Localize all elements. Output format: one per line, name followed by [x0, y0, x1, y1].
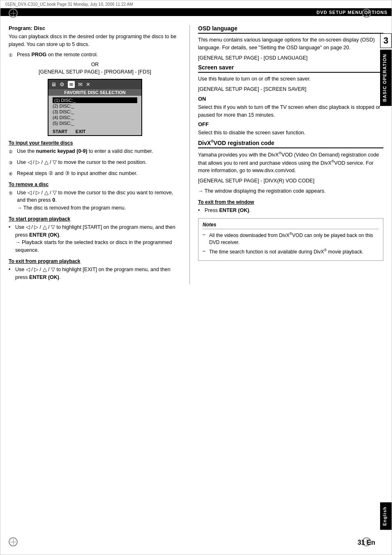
divx-sup4: ®	[324, 248, 327, 252]
divx-description: Yamaha provides you with the DivX®VOD (V…	[198, 151, 383, 175]
divx-reg: ®	[211, 139, 214, 143]
step-2-content: Use the numeric keypad (0-9) to enter a …	[17, 147, 181, 155]
disc-menu-header: 🖥 ⚙ ≋ ✉ ✕	[48, 80, 141, 89]
exit-program-bullet: • Use ◁ / ▷ / △ / ▽ to highlight [EXIT] …	[9, 266, 181, 281]
start-arrow: → Playback starts for the selected track…	[15, 240, 172, 253]
notes-title: Notes	[203, 222, 379, 229]
bracket-line: [GENERAL SETUP PAGE] - [PROGRAM] - [FDS]	[9, 69, 181, 75]
start-bullet: • Use ◁ / ▷ / △ / ▽ to highlight [START]…	[9, 223, 181, 254]
page-number-text: 31 En	[357, 539, 375, 546]
header-text: 01EN_DVX-C310_UC.book Page 31 Monday, Ju…	[5, 2, 133, 7]
notes-box: Notes – All the videos downloaded from D…	[198, 218, 383, 260]
screen-saver-title: Screen saver	[198, 64, 383, 73]
disc-item-4: (4) DISC:_	[53, 115, 137, 120]
english-label: English	[382, 507, 387, 526]
screen-saver-description: Use this feature to turn on or off the s…	[198, 75, 383, 83]
osd-language-description: This menu contains various language opti…	[198, 36, 383, 52]
enter-ok-bold-2: ENTER (OK)	[29, 274, 59, 280]
chapter-label-tab: BASIC OPERATION	[380, 50, 392, 106]
or-text: OR	[91, 62, 99, 67]
off-title: OFF	[198, 121, 383, 127]
step-4-content: Repeat steps ② and ③ to input another di…	[17, 170, 181, 177]
icon-globe: ≋	[68, 81, 75, 88]
divx-title2: VOD registration code	[214, 140, 274, 146]
step-4: ④ Repeat steps ② and ③ to input another …	[9, 170, 181, 177]
note-dash-1: –	[203, 231, 207, 246]
divx-sup3: ®	[289, 232, 292, 236]
to-input-title: To input your favorite discs	[9, 140, 181, 146]
osd-language-bracket: [GENERAL SETUP PAGE] - [OSD LANGUAGE]	[198, 54, 383, 62]
step-5-arrow: → The disc is removed from the program m…	[17, 205, 126, 211]
exit-label: EXIT	[76, 129, 85, 134]
divx-sup1: ®	[279, 151, 281, 155]
bullet-dot-2: •	[9, 266, 13, 281]
osd-language-title: OSD language	[198, 25, 383, 34]
chapter-number: 3	[383, 35, 388, 46]
disc-menu: 🖥 ⚙ ≋ ✉ ✕ FAVORITE DISC SELECTION (1) DI…	[48, 79, 142, 136]
to-remove-title: To remove a disc	[9, 182, 181, 187]
disc-item-1: (1) DISC:_	[53, 97, 137, 103]
icon-monitor: 🖥	[51, 81, 56, 88]
prog-bold: PROG	[31, 52, 46, 58]
divx-title: DivX®VOD registration code	[198, 139, 383, 148]
english-tab: English	[380, 502, 392, 530]
exit-program-content: Use ◁ / ▷ / △ / ▽ to highlight [EXIT] on…	[15, 266, 181, 281]
corner-bl	[9, 537, 18, 546]
enter-ok-bold-1: ENTER (OK)	[29, 232, 59, 238]
step-1-content: Press PROG on the remote control.	[17, 51, 181, 59]
disc-menu-body: (1) DISC:_ (2) DISC:_ (3) DISC:_ (4) DIS…	[48, 96, 141, 128]
icon-mail: ✉	[78, 81, 83, 88]
screen-saver-bracket: [GENERAL SETUP PAGE] - [SCREEN SAVER]	[198, 85, 383, 93]
to-exit-program-title: To exit from program playback	[9, 258, 181, 264]
start-label: START	[53, 129, 67, 134]
corner-tl	[9, 9, 18, 18]
disc-item-2: (2) DISC:_	[53, 103, 137, 109]
note-item-1: – All the videos downloaded from DivX®VO…	[203, 231, 379, 246]
right-header-text: DVD SETUP MENU OPTIONS	[316, 10, 387, 15]
note-item-2: – The time search function is not availa…	[203, 248, 379, 256]
right-header-bar: DVD SETUP MENU OPTIONS	[0, 9, 392, 16]
disc-item-5: (5) DISC:_	[53, 120, 137, 126]
exit-window-content: Press ENTER (OK).	[205, 207, 383, 214]
corner-tr	[362, 9, 371, 18]
chapter-number-tab: 3	[380, 33, 392, 48]
divx-sup2: ®	[332, 159, 334, 164]
program-disc-description: You can playback discs in the desired or…	[9, 33, 181, 48]
step-3: ③ Use ◁ / ▷ / △ / ▽ to move the cursor t…	[9, 159, 181, 166]
exit-window-bullet: • Press ENTER (OK).	[198, 207, 383, 214]
step-2-num: ②	[9, 147, 14, 155]
note-text-1: All the videos downloaded from DivX®VOD …	[209, 231, 379, 246]
start-bullet-content: Use ◁ / ▷ / △ / ▽ to highlight [START] o…	[15, 223, 181, 254]
right-column: OSD language This menu contains various …	[189, 25, 383, 284]
on-text: Select this if you wish to turn off the …	[198, 104, 383, 119]
zero-bold: 0	[52, 197, 55, 203]
numeric-bold: numeric keypad (0-9)	[36, 148, 88, 154]
step-3-content: Use ◁ / ▷ / △ / ▽ to move the cursor to …	[17, 159, 181, 166]
step-2: ② Use the numeric keypad (0-9) to enter …	[9, 147, 181, 155]
step-5-num: ⑤	[9, 189, 14, 212]
note-text-2: The time search function is not availabl…	[209, 248, 364, 256]
top-header: 01EN_DVX-C310_UC.book Page 31 Monday, Ju…	[0, 0, 392, 9]
program-disc-title: Program: Disc	[9, 25, 181, 31]
disc-menu-title: FAVORITE DISC SELECTION	[48, 89, 141, 96]
step-4-num: ④	[9, 170, 14, 177]
divx-title-text: DivX	[198, 140, 211, 146]
to-exit-window-title: To exit from the window	[198, 199, 383, 205]
step-3-num: ③	[9, 159, 14, 166]
chapter-label: BASIC OPERATION	[382, 54, 387, 102]
divx-arrow: → The window displaying the registration…	[198, 187, 383, 195]
screen-saver-desc-text: Use this feature to turn on or off the s…	[198, 76, 311, 82]
bracket-text: [GENERAL SETUP PAGE] - [PROGRAM] - [FDS]	[39, 69, 151, 75]
enter-ok-bold-3: ENTER (OK)	[219, 207, 249, 213]
bullet-dot-3: •	[198, 207, 202, 214]
step-1-text2: on the remote control.	[46, 52, 98, 58]
step-1: ① Press PROG on the remote control.	[9, 51, 181, 59]
icon-gear: ⚙	[60, 81, 65, 88]
note-dash-2: –	[203, 248, 207, 256]
to-start-title: To start program playback	[9, 216, 181, 222]
page-frame: 01EN_DVX-C310_UC.book Page 31 Monday, Ju…	[0, 0, 392, 555]
disc-item-3: (3) DISC:_	[53, 109, 137, 115]
on-title: ON	[198, 96, 383, 102]
page-number: 31 En	[357, 539, 375, 546]
main-content: Program: Disc You can playback discs in …	[0, 20, 392, 289]
